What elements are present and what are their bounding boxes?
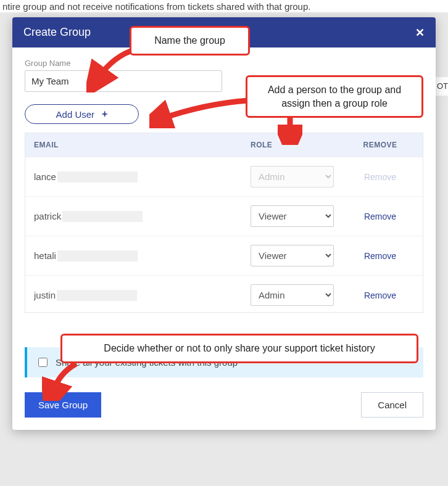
background-help-text: ntire group and not receive notification… [0,0,448,12]
remove-cell: Remove [346,171,414,183]
role-cell: AdminViewer [251,284,346,306]
role-cell: AdminViewer [251,205,346,227]
annotation-add-person: Add a person to the group and assign the… [246,75,423,118]
user-table-body[interactable]: lanceAdminViewerRemovepatrickAdminViewer… [25,157,423,312]
add-user-button[interactable]: Add User + [25,104,139,124]
user-table-header: EMAIL ROLE REMOVE [25,133,423,157]
redacted-text [57,290,137,301]
role-cell: AdminViewer [251,245,346,266]
column-header-email: EMAIL [34,141,251,149]
annotation-name-group: Name the group [130,26,250,56]
remove-cell: Remove [346,250,414,262]
redacted-text [57,250,138,262]
user-email: hetali [34,250,251,262]
remove-link[interactable]: Remove [364,212,396,221]
table-row: hetaliAdminViewerRemove [25,236,423,275]
background-fragment: OT [434,77,448,96]
annotation-share-decide: Decide whether or not to only share your… [60,334,418,363]
add-user-label: Add User [56,109,95,120]
arrow-icon [42,361,85,401]
table-row: patrickAdminViewerRemove [25,196,423,236]
user-email: lance [34,171,251,183]
remove-link: Remove [364,172,396,182]
table-row: lanceAdminViewerRemove [25,157,423,196]
close-icon[interactable]: ✕ [415,27,425,38]
role-select[interactable]: AdminViewer [251,284,334,306]
remove-link[interactable]: Remove [364,290,396,300]
plus-icon: + [102,109,107,120]
modal-title: Create Group [23,26,91,39]
table-row: justinAdminViewerRemove [25,275,423,312]
redacted-text [57,171,138,183]
remove-cell: Remove [346,290,414,301]
cancel-button[interactable]: Cancel [361,392,423,418]
user-email: patrick [34,211,251,222]
user-table: EMAIL ROLE REMOVE lanceAdminViewerRemove… [25,133,423,313]
column-header-remove: REMOVE [346,141,414,149]
group-name-label: Group Name [25,59,423,68]
role-select[interactable]: AdminViewer [251,205,334,227]
role-select[interactable]: AdminViewer [251,245,334,266]
arrow-icon [149,97,254,128]
role-cell: AdminViewer [251,166,346,187]
remove-cell: Remove [346,211,414,222]
remove-link[interactable]: Remove [364,251,396,261]
redacted-text [62,211,143,222]
role-select: AdminViewer [251,166,334,187]
user-email: justin [34,290,251,301]
